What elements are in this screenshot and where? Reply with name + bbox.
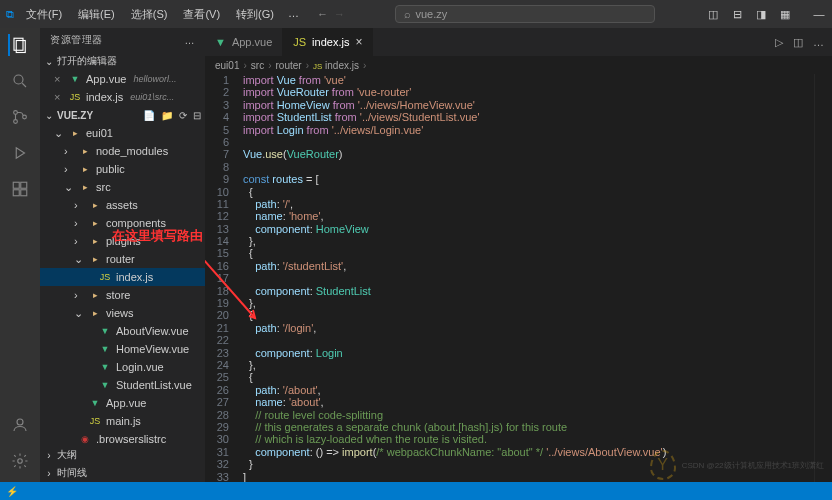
menu-go[interactable]: 转到(G)	[230, 5, 280, 24]
tree-item-node_modules[interactable]: ›▸node_modules	[40, 142, 205, 160]
code-line[interactable]: {	[243, 247, 814, 259]
code-line[interactable]: // which is lazy-loaded when the route i…	[243, 433, 814, 445]
code-line[interactable]: name: 'about',	[243, 396, 814, 408]
activity-account-icon[interactable]	[9, 414, 31, 436]
menu-more[interactable]: …	[284, 5, 303, 24]
code-line[interactable]: path: '/about',	[243, 384, 814, 396]
activity-settings-icon[interactable]	[9, 450, 31, 472]
minimap[interactable]	[814, 74, 832, 482]
breadcrumb-segment[interactable]: eui01	[215, 60, 239, 71]
tree-item-assets[interactable]: ›▸assets	[40, 196, 205, 214]
more-icon[interactable]: …	[813, 36, 824, 48]
code-line[interactable]	[243, 136, 814, 148]
code-line[interactable]	[243, 272, 814, 284]
code-line[interactable]: // this generates a separate chunk (abou…	[243, 421, 814, 433]
tree-item-index.js[interactable]: JSindex.js	[40, 268, 205, 286]
close-tab-icon[interactable]: ×	[355, 35, 362, 49]
chevron-icon: ›	[64, 145, 74, 157]
layout-panel-right-icon[interactable]: ◨	[754, 7, 768, 21]
activity-run-icon[interactable]	[9, 142, 31, 164]
timeline-section[interactable]: › 时间线	[40, 464, 205, 482]
menu-select[interactable]: 选择(S)	[125, 5, 174, 24]
line-number: 8	[205, 161, 229, 173]
code-line[interactable]: component: HomeView	[243, 223, 814, 235]
breadcrumb[interactable]: eui01›src›router›JS index.js›	[205, 56, 832, 74]
code-line[interactable]: path: '/login',	[243, 322, 814, 334]
menu-view[interactable]: 查看(V)	[177, 5, 226, 24]
tree-item-eui01[interactable]: ⌄▸eui01	[40, 124, 205, 142]
outline-section[interactable]: › 大纲	[40, 446, 205, 464]
tree-item-App.vue[interactable]: ▼App.vue	[40, 394, 205, 412]
code-line[interactable]	[243, 161, 814, 173]
layout-panel-bottom-icon[interactable]: ⊟	[730, 7, 744, 21]
split-editor-icon[interactable]: ◫	[793, 36, 803, 49]
open-editor-item[interactable]: ×▼App.vuehelloworl...	[40, 70, 205, 88]
chevron-right-icon: ›	[44, 468, 54, 479]
code-line[interactable]: const routes = [	[243, 173, 814, 185]
tab-App.vue[interactable]: ▼App.vue	[205, 28, 283, 56]
code-line[interactable]: // route level code-splitting	[243, 409, 814, 421]
command-search[interactable]: ⌕ vue.zy	[395, 5, 655, 23]
code-line[interactable]: name: 'home',	[243, 210, 814, 222]
menu-edit[interactable]: 编辑(E)	[72, 5, 121, 24]
close-icon[interactable]: ×	[54, 73, 64, 85]
status-bar[interactable]: ⚡	[0, 482, 832, 500]
tree-item-store[interactable]: ›▸store	[40, 286, 205, 304]
code-line[interactable]: {	[243, 186, 814, 198]
code-line[interactable]	[243, 334, 814, 346]
tree-item-plugins[interactable]: ›▸plugins	[40, 232, 205, 250]
menu-file[interactable]: 文件(F)	[20, 5, 68, 24]
tree-item-views[interactable]: ⌄▸views	[40, 304, 205, 322]
tab-index.js[interactable]: JSindex.js×	[283, 28, 373, 56]
code-line[interactable]: import StudentList from '../views/Studen…	[243, 111, 814, 123]
code-line[interactable]: component: StudentList	[243, 285, 814, 297]
code-line[interactable]: import Login from '../views/Login.vue'	[243, 124, 814, 136]
tree-item-router[interactable]: ⌄▸router	[40, 250, 205, 268]
breadcrumb-segment[interactable]: router	[276, 60, 302, 71]
tree-item-Login.vue[interactable]: ▼Login.vue	[40, 358, 205, 376]
tree-item-.browserslistrc[interactable]: ◉.browserslistrc	[40, 430, 205, 446]
tree-item-public[interactable]: ›▸public	[40, 160, 205, 178]
code-line[interactable]: path: '/',	[243, 198, 814, 210]
new-folder-icon[interactable]: 📁	[161, 110, 173, 121]
code-line[interactable]: },	[243, 297, 814, 309]
remote-icon[interactable]: ⚡	[6, 486, 18, 497]
code-line[interactable]: import HomeView from '../views/HomeView.…	[243, 99, 814, 111]
tree-item-main.js[interactable]: JSmain.js	[40, 412, 205, 430]
refresh-icon[interactable]: ⟳	[179, 110, 187, 121]
code-line[interactable]: Vue.use(VueRouter)	[243, 148, 814, 160]
nav-forward[interactable]: →	[334, 8, 345, 20]
nav-back[interactable]: ←	[317, 8, 328, 20]
watermark-badge: Y	[650, 450, 676, 480]
code-line[interactable]: import VueRouter from 'vue-router'	[243, 86, 814, 98]
breadcrumb-segment[interactable]: JS index.js	[313, 60, 359, 71]
collapse-icon[interactable]: ⊟	[193, 110, 201, 121]
code-line[interactable]: },	[243, 235, 814, 247]
code-line[interactable]: },	[243, 359, 814, 371]
open-editors-section[interactable]: ⌄ 打开的编辑器	[40, 52, 205, 70]
window-minimize-icon[interactable]: —	[812, 7, 826, 21]
tree-item-src[interactable]: ⌄▸src	[40, 178, 205, 196]
open-editor-item[interactable]: ×JSindex.jseui01\src...	[40, 88, 205, 106]
new-file-icon[interactable]: 📄	[143, 110, 155, 121]
code-line[interactable]: import Vue from 'vue'	[243, 74, 814, 86]
code-line[interactable]: component: Login	[243, 347, 814, 359]
activity-explorer-icon[interactable]	[8, 34, 30, 56]
tree-item-AboutView.vue[interactable]: ▼AboutView.vue	[40, 322, 205, 340]
layout-panel-left-icon[interactable]: ◫	[706, 7, 720, 21]
activity-search-icon[interactable]	[9, 70, 31, 92]
close-icon[interactable]: ×	[54, 91, 64, 103]
run-icon[interactable]: ▷	[775, 36, 783, 49]
breadcrumb-segment[interactable]: src	[251, 60, 264, 71]
sidebar-more-icon[interactable]: …	[185, 35, 196, 46]
code-line[interactable]: {	[243, 309, 814, 321]
activity-scm-icon[interactable]	[9, 106, 31, 128]
layout-customize-icon[interactable]: ▦	[778, 7, 792, 21]
code-line[interactable]: path: '/studentList',	[243, 260, 814, 272]
activity-extensions-icon[interactable]	[9, 178, 31, 200]
tree-item-StudentList.vue[interactable]: ▼StudentList.vue	[40, 376, 205, 394]
code-line[interactable]: {	[243, 371, 814, 383]
tree-item-components[interactable]: ›▸components	[40, 214, 205, 232]
tree-item-HomeView.vue[interactable]: ▼HomeView.vue	[40, 340, 205, 358]
project-section[interactable]: ⌄ VUE.ZY 📄 📁 ⟳ ⊟	[40, 106, 205, 124]
